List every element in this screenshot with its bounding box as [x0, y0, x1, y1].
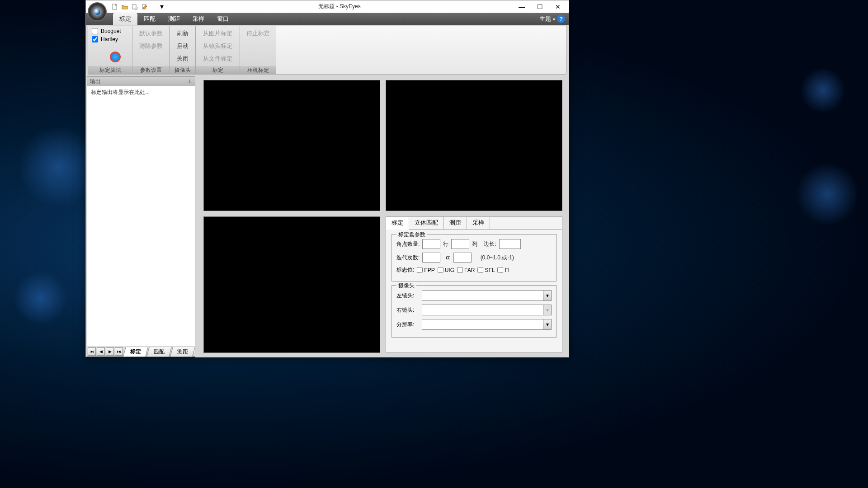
params-panel: 标定 立体匹配 测距 采样 标定盘参数 角点数量: 行 列	[386, 216, 562, 353]
open-file-icon[interactable]	[120, 2, 129, 11]
chk-fpp[interactable]: FPP	[417, 267, 434, 273]
close-button[interactable]: ✕	[549, 1, 567, 12]
chk-buoguet-label: Buoguet	[101, 28, 121, 34]
chk-fi[interactable]: FI	[497, 267, 509, 273]
app-window: │ ▾ 无标题 - SkyEyes — ☐ ✕ 标定 匹配 测距 采样 窗口 主…	[85, 0, 569, 357]
chk-sfl[interactable]: SFL	[477, 267, 495, 273]
chk-hartley[interactable]: Hartley	[92, 36, 128, 42]
legend-camera: 摄像头	[396, 282, 416, 290]
chk-uig[interactable]: UIG	[438, 267, 454, 273]
chevron-down-icon: ▾	[543, 291, 551, 300]
label-alpha: α:	[446, 254, 450, 261]
bottom-tab-calibrate[interactable]: 标定	[123, 347, 148, 357]
menubar: 标定 匹配 测距 采样 窗口 主题 ▾ ?	[86, 13, 569, 25]
help-icon[interactable]: ?	[557, 15, 565, 23]
start-button[interactable]: 启动	[173, 41, 192, 52]
fieldset-board: 标定盘参数 角点数量: 行 列 边长: 迭代次数:	[392, 234, 557, 282]
cursor-indicator-icon	[110, 52, 121, 62]
fieldset-camera: 摄像头 左镜头: ▾ 右镜头: ▾ 分辨率: ▾	[392, 285, 557, 338]
label-right-lens: 右镜头:	[396, 306, 419, 314]
calib-from-image-button[interactable]: 从图片标定	[199, 28, 236, 39]
stop-calib-button[interactable]: 停止标定	[244, 28, 272, 39]
main-area: 标定 立体匹配 测距 采样 标定盘参数 角点数量: 行 列	[195, 75, 569, 357]
bottom-tabstrip: ⏮ ◀ ▶ ⏭ 标定 匹配 测距	[87, 347, 194, 357]
app-logo-icon	[88, 2, 107, 21]
group-calib-label: 标定	[196, 66, 240, 74]
label-row: 行	[443, 240, 448, 248]
group-algo-label: 标定算法	[88, 66, 132, 74]
menu-calibrate[interactable]: 标定	[113, 13, 137, 25]
tab-nav-next[interactable]: ▶	[106, 347, 114, 356]
qat-separator: │	[152, 2, 155, 11]
video-pane-top-right	[386, 80, 562, 211]
video-pane-top-left	[203, 80, 380, 211]
input-corner-cols[interactable]	[451, 239, 469, 249]
menu-window[interactable]: 窗口	[211, 13, 235, 25]
sidebar-output-text: 标定输出将显示在此处...	[87, 86, 195, 356]
input-corner-rows[interactable]	[422, 239, 440, 249]
label-flags: 标志位:	[396, 266, 414, 274]
param-tab-sample[interactable]: 采样	[467, 217, 490, 229]
output-sidebar: 输出 ⊥ 标定输出将显示在此处... ⏮ ◀ ▶ ⏭ 标定 匹配 测距	[87, 76, 195, 357]
new-file-icon[interactable]	[110, 2, 119, 11]
edit-icon[interactable]	[140, 2, 149, 11]
group-camera-label: 摄像头	[170, 66, 195, 74]
param-tab-stereo[interactable]: 立体匹配	[409, 217, 444, 229]
video-pane-bottom-left	[203, 216, 380, 353]
label-iterations: 迭代次数:	[396, 254, 420, 262]
chk-buoguet[interactable]: Buoguet	[92, 28, 128, 34]
titlebar: │ ▾ 无标题 - SkyEyes — ☐ ✕	[86, 0, 569, 13]
print-preview-icon[interactable]	[130, 2, 139, 11]
menu-range[interactable]: 测距	[162, 13, 186, 25]
close-camera-button[interactable]: 关闭	[173, 53, 192, 64]
refresh-button[interactable]: 刷新	[173, 28, 192, 39]
tab-nav-first[interactable]: ⏮	[88, 347, 96, 356]
pin-icon[interactable]: ⊥	[188, 79, 192, 84]
default-params-button[interactable]: 默认参数	[136, 28, 165, 39]
theme-label[interactable]: 主题	[539, 15, 551, 23]
param-tab-calibrate[interactable]: 标定	[386, 217, 409, 230]
alpha-hint: (0.0~1.0,或-1)	[481, 254, 514, 262]
legend-board: 标定盘参数	[396, 231, 427, 239]
tab-nav-last[interactable]: ⏭	[115, 347, 123, 356]
combo-left-lens[interactable]: ▾	[422, 290, 552, 301]
window-title: 无标题 - SkyEyes	[166, 3, 513, 10]
theme-dropdown-icon[interactable]: ▾	[553, 17, 555, 22]
chevron-down-icon: ▾	[543, 319, 551, 329]
qat-dropdown-icon[interactable]: ▾	[157, 2, 166, 11]
bottom-tab-match[interactable]: 匹配	[146, 347, 172, 357]
sidebar-title: 输出	[90, 78, 101, 85]
tab-nav-prev[interactable]: ◀	[97, 347, 105, 356]
input-edge-length[interactable]	[499, 239, 521, 249]
group-params-label: 参数设置	[132, 66, 169, 74]
chk-hartley-label: Hartley	[101, 36, 118, 42]
maximize-button[interactable]: ☐	[531, 1, 549, 12]
menu-match[interactable]: 匹配	[137, 13, 162, 25]
chk-far[interactable]: FAR	[457, 267, 475, 273]
calib-from-lens-button[interactable]: 从镜头标定	[199, 41, 236, 52]
label-corner-count: 角点数量:	[396, 240, 420, 248]
group-camcalib-label: 相机标定	[240, 66, 276, 74]
label-resolution: 分辨率:	[396, 321, 419, 328]
combo-right-lens[interactable]: ▾	[422, 305, 552, 315]
menu-sample[interactable]: 采样	[186, 13, 211, 25]
input-iterations[interactable]	[422, 253, 440, 263]
calib-from-file-button[interactable]: 从文件标定	[199, 53, 236, 64]
param-tab-range[interactable]: 测距	[444, 217, 467, 229]
minimize-button[interactable]: —	[513, 1, 531, 12]
bottom-tab-range[interactable]: 测距	[170, 347, 195, 357]
label-edge: 边长:	[484, 240, 496, 248]
label-col: 列	[472, 240, 477, 248]
chevron-down-icon: ▾	[543, 305, 551, 315]
ribbon: Buoguet Hartley 标定算法 默认参数 清除参数 参数设置 刷新 启…	[88, 26, 567, 75]
label-left-lens: 左镜头:	[396, 292, 419, 300]
clear-params-button[interactable]: 清除参数	[136, 41, 165, 52]
input-alpha[interactable]	[453, 253, 472, 263]
combo-resolution[interactable]: ▾	[422, 319, 552, 330]
